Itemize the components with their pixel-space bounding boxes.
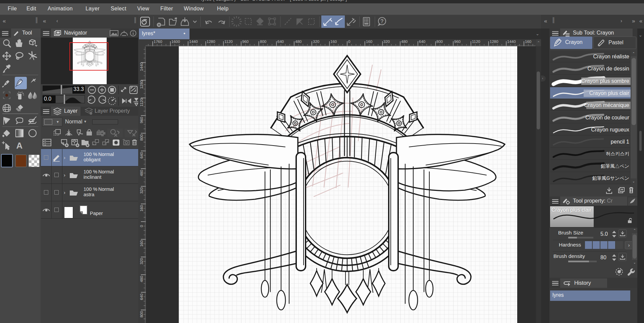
svg-text:?: ? xyxy=(380,18,384,24)
svg-text:A: A xyxy=(16,141,23,151)
